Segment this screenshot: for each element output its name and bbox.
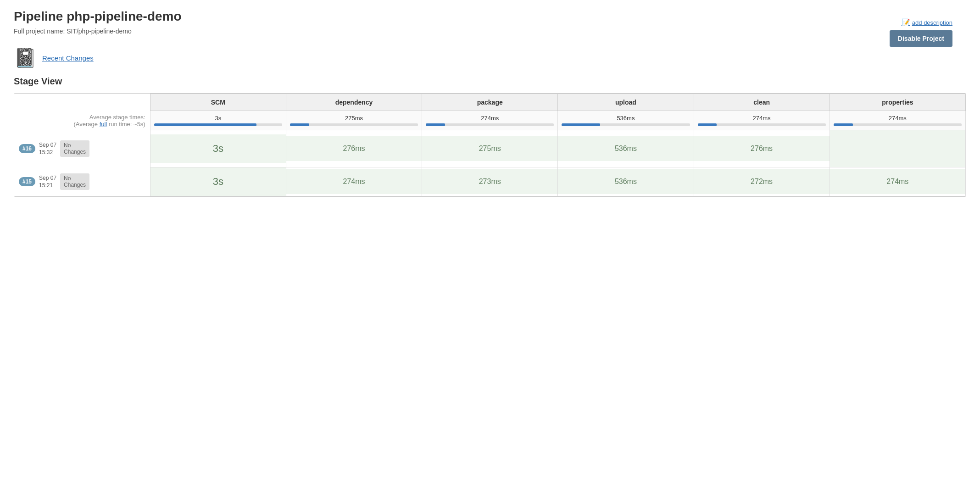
build-15-dependency-value: 274ms [286, 169, 422, 194]
avg-upload-value: 536ms [562, 115, 690, 122]
build-16-package-value: 275ms [422, 136, 557, 161]
col-header-package: package [422, 94, 558, 111]
stage-view-title: Stage View [14, 76, 966, 87]
build-15-clean-value: 272ms [694, 169, 830, 194]
avg-upload-progress-bar [562, 123, 600, 126]
build-15-package-cell[interactable]: 273ms [422, 167, 558, 196]
build-15-properties-value: 274ms [830, 169, 965, 194]
build-16-meta: Sep 07 15:32 [39, 142, 56, 156]
build-16-upload-value: 536ms [558, 136, 693, 161]
builds-column-header [14, 94, 150, 111]
notebook-icon: 📓 [14, 49, 37, 67]
avg-properties: 274ms [830, 111, 965, 130]
build-16-upload-cell[interactable]: 536ms [558, 130, 694, 167]
build-16-scm-cell[interactable]: 3s [150, 130, 286, 167]
build-16-date: Sep 07 [39, 142, 56, 148]
avg-clean: 274ms [694, 111, 830, 130]
avg-label-cell: Average stage times: (Average full run t… [14, 111, 150, 130]
avg-clean-value: 274ms [698, 115, 826, 122]
build-15-upload-cell[interactable]: 536ms [558, 167, 694, 196]
col-header-upload: upload [558, 94, 694, 111]
col-header-scm: SCM [150, 94, 286, 111]
avg-full-run-label: (Average full run time: ~5s) [18, 121, 145, 128]
avg-dependency-value: 275ms [290, 115, 418, 122]
build-15-scm-value: 3s [150, 167, 286, 196]
col-header-dependency: dependency [286, 94, 422, 111]
build-15-time: 15:21 [39, 182, 56, 189]
build-16-wrapper: #16 Sep 07 15:32 NoChanges [19, 140, 145, 157]
build-15-changes: NoChanges [60, 173, 89, 190]
build-row-16: #16 Sep 07 15:32 NoChanges 3s [14, 130, 966, 167]
avg-properties-value: 274ms [834, 115, 962, 122]
build-16-info-cell: #16 Sep 07 15:32 NoChanges [14, 130, 150, 167]
build-15-info-cell: #15 Sep 07 15:21 NoChanges [14, 167, 150, 196]
stage-table-wrapper: SCM dependency package upload clean prop… [14, 93, 966, 197]
build-15-properties-cell[interactable]: 274ms [830, 167, 965, 196]
build-16-dependency-value: 276ms [286, 136, 422, 161]
avg-dependency-progress-bar [290, 123, 309, 126]
build-16-properties-cell[interactable] [830, 130, 965, 167]
avg-clean-progress [698, 123, 826, 126]
avg-scm-progress-bar [154, 123, 256, 126]
col-header-properties: properties [830, 94, 965, 111]
avg-stage-label: Average stage times: [18, 114, 145, 121]
recent-changes-link[interactable]: Recent Changes [42, 54, 94, 62]
col-header-clean: clean [694, 94, 830, 111]
build-16-clean-value: 276ms [694, 136, 830, 161]
avg-dependency: 275ms [286, 111, 422, 130]
avg-upload-progress [562, 123, 690, 126]
build-15-meta: Sep 07 15:21 [39, 175, 56, 189]
page-subtitle: Full project name: SIT/php-pipeline-demo [14, 28, 966, 35]
build-15-wrapper: #15 Sep 07 15:21 NoChanges [19, 173, 145, 190]
build-16-dependency-cell[interactable]: 276ms [286, 130, 422, 167]
build-16-scm-value: 3s [150, 134, 286, 163]
build-16-package-cell[interactable]: 275ms [422, 130, 558, 167]
avg-properties-progress-bar [834, 123, 853, 126]
disable-project-button[interactable]: Disable Project [890, 30, 952, 47]
avg-scm-value: 3s [154, 115, 282, 122]
build-16-time: 15:32 [39, 149, 56, 156]
top-right-actions: 📝 add description Disable Project [890, 18, 952, 47]
build-15-clean-cell[interactable]: 272ms [694, 167, 830, 196]
avg-package: 274ms [422, 111, 558, 130]
full-link[interactable]: full [100, 121, 107, 128]
edit-icon: 📝 [902, 18, 910, 27]
recent-changes-section: 📓 Recent Changes [14, 49, 966, 67]
build-16-properties-empty [830, 130, 965, 167]
page-title: Pipeline php-pipeline-demo [14, 9, 966, 24]
avg-package-value: 274ms [426, 115, 554, 122]
avg-package-progress [426, 123, 554, 126]
stage-header-row: SCM dependency package upload clean prop… [14, 94, 966, 111]
avg-scm-progress [154, 123, 282, 126]
build-16-changes: NoChanges [60, 140, 89, 157]
stage-table: SCM dependency package upload clean prop… [14, 94, 966, 196]
build-16-badge[interactable]: #16 [19, 144, 35, 153]
build-15-scm-cell[interactable]: 3s [150, 167, 286, 196]
build-15-package-value: 273ms [422, 169, 557, 194]
avg-properties-progress [834, 123, 962, 126]
add-description-link[interactable]: 📝 add description [902, 18, 952, 27]
build-row-15: #15 Sep 07 15:21 NoChanges 3s [14, 167, 966, 196]
avg-dependency-progress [290, 123, 418, 126]
build-15-date: Sep 07 [39, 175, 56, 181]
build-16-clean-cell[interactable]: 276ms [694, 130, 830, 167]
build-15-badge[interactable]: #15 [19, 177, 35, 186]
avg-package-progress-bar [426, 123, 445, 126]
build-15-dependency-cell[interactable]: 274ms [286, 167, 422, 196]
stage-view-section: Stage View SCM dependency package upload… [14, 76, 966, 197]
avg-upload: 536ms [558, 111, 694, 130]
avg-scm: 3s [150, 111, 286, 130]
average-row: Average stage times: (Average full run t… [14, 111, 966, 130]
build-15-upload-value: 536ms [558, 169, 693, 194]
add-description-label: add description [912, 19, 952, 26]
avg-clean-progress-bar [698, 123, 717, 126]
